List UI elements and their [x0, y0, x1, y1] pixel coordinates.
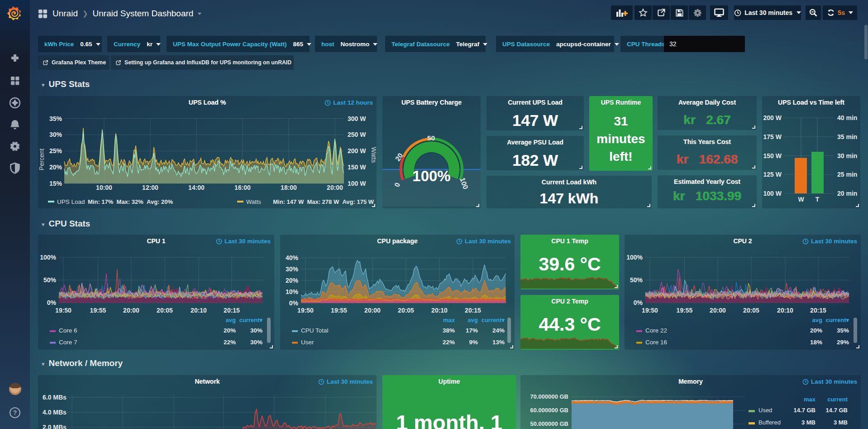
svg-text:200 W: 200 W: [763, 114, 782, 121]
svg-text:current▾: current▾: [826, 317, 849, 323]
svg-text:38%: 38%: [443, 327, 455, 334]
svg-text:12:00: 12:00: [142, 184, 158, 191]
svg-text:3 MB: 3 MB: [834, 419, 848, 426]
svg-text:19:50: 19:50: [642, 307, 658, 314]
svg-text:200 W: 200 W: [348, 147, 366, 154]
svg-text:35 min: 35 min: [837, 133, 857, 140]
svg-text:Buffered: Buffered: [758, 419, 781, 426]
svg-text:29%: 29%: [837, 339, 849, 346]
svg-text:100 W: 100 W: [348, 180, 366, 187]
svg-text:20%: 20%: [286, 277, 299, 284]
svg-text:35%: 35%: [837, 327, 849, 334]
svg-text:70.000000 GB: 70.000000 GB: [530, 393, 568, 400]
svg-text:20%: 20%: [49, 164, 62, 171]
svg-text:100%: 100%: [40, 254, 56, 261]
svg-text:125 W: 125 W: [763, 171, 782, 178]
svg-text:Core 22: Core 22: [645, 327, 667, 334]
svg-text:50: 50: [427, 134, 435, 142]
svg-text:40%: 40%: [286, 254, 299, 261]
svg-text:17%: 17%: [466, 327, 478, 334]
svg-text:30%: 30%: [49, 131, 62, 138]
svg-text:30 min: 30 min: [837, 152, 857, 159]
svg-text:0%: 0%: [634, 299, 643, 306]
svg-text:18:00: 18:00: [281, 184, 297, 191]
svg-text:avg: avg: [226, 317, 236, 323]
svg-text:20%: 20%: [224, 327, 236, 334]
svg-text:Core 6: Core 6: [59, 327, 77, 334]
svg-text:300 W: 300 W: [348, 115, 366, 122]
svg-text:Min: 17% Max: 32% Avg: 20%: Min: 17% Max: 32% Avg: 20%: [88, 198, 173, 205]
svg-text:30%: 30%: [286, 265, 299, 273]
svg-text:24%: 24%: [492, 327, 505, 334]
svg-text:100%: 100%: [626, 254, 643, 261]
svg-text:13%: 13%: [492, 339, 505, 346]
svg-text:4.0 MBs: 4.0 MBs: [43, 409, 67, 416]
svg-text:Percent: Percent: [38, 149, 45, 170]
svg-text:19:50: 19:50: [297, 307, 314, 314]
svg-text:25 min: 25 min: [837, 171, 857, 178]
svg-text:0%: 0%: [47, 299, 57, 306]
svg-text:20:00: 20:00: [123, 307, 139, 314]
svg-text:20:05: 20:05: [743, 307, 759, 314]
svg-text:20%: 20%: [810, 327, 822, 334]
svg-text:current▾: current▾: [239, 317, 263, 323]
svg-text:20:00: 20:00: [327, 184, 343, 191]
svg-text:175 W: 175 W: [763, 133, 782, 140]
svg-text:14.7 GB: 14.7 GB: [826, 407, 848, 414]
svg-text:20 min: 20 min: [837, 190, 857, 197]
svg-text:6.0 MBs: 6.0 MBs: [43, 394, 67, 401]
svg-text:19:50: 19:50: [55, 307, 72, 314]
svg-text:19:55: 19:55: [331, 307, 347, 314]
svg-text:Min: 147 W Max: 278 W Avg: 1: Min: 147 W Max: 278 W Avg: 175 W: [273, 198, 374, 205]
svg-text:18%: 18%: [810, 339, 822, 346]
svg-text:max: max: [443, 317, 455, 323]
svg-text:100%: 100%: [412, 168, 450, 184]
svg-text:10%: 10%: [286, 288, 299, 295]
svg-text:20:15: 20:15: [224, 307, 240, 314]
svg-text:22%: 22%: [443, 339, 455, 346]
svg-text:User: User: [301, 339, 314, 346]
svg-text:40 min: 40 min: [837, 114, 857, 121]
svg-text:current: current: [827, 396, 848, 403]
svg-text:19:55: 19:55: [90, 307, 106, 314]
svg-text:100 W: 100 W: [763, 190, 782, 197]
svg-text:35%: 35%: [49, 115, 62, 122]
svg-text:Watts: Watts: [370, 147, 377, 163]
svg-text:20:15: 20:15: [465, 307, 481, 314]
svg-text:2.0 MBs: 2.0 MBs: [43, 424, 67, 429]
svg-text:14:00: 14:00: [188, 184, 205, 191]
svg-text:current▾: current▾: [482, 317, 505, 323]
svg-text:9%: 9%: [469, 339, 478, 346]
svg-text:20:05: 20:05: [157, 307, 173, 314]
svg-text:50.000000 GB: 50.000000 GB: [530, 420, 568, 427]
svg-text:20:10: 20:10: [777, 307, 793, 314]
svg-text:W: W: [798, 196, 804, 203]
svg-text:10:00: 10:00: [96, 184, 112, 191]
svg-text:20:00: 20:00: [710, 307, 726, 314]
svg-text:CPU Total: CPU Total: [301, 327, 329, 334]
svg-text:T: T: [816, 196, 820, 203]
svg-text:150 W: 150 W: [763, 152, 782, 159]
svg-text:Used: Used: [758, 407, 772, 414]
svg-text:?: ?: [13, 409, 17, 416]
svg-text:avg: avg: [468, 317, 478, 323]
svg-text:Core 16: Core 16: [645, 339, 667, 346]
svg-text:UPS Load: UPS Load: [57, 198, 85, 205]
svg-text:16:00: 16:00: [234, 184, 251, 191]
svg-text:max: max: [804, 396, 816, 403]
svg-text:Watts: Watts: [246, 198, 261, 205]
svg-text:14.7 GB: 14.7 GB: [794, 407, 816, 414]
svg-text:0%: 0%: [289, 299, 299, 307]
svg-text:30%: 30%: [250, 339, 262, 346]
svg-text:30%: 30%: [250, 327, 262, 334]
svg-text:50%: 50%: [630, 276, 643, 284]
svg-text:50%: 50%: [43, 276, 57, 284]
svg-text:20:10: 20:10: [191, 307, 207, 314]
svg-text:avg: avg: [812, 317, 822, 323]
svg-text:3 MB: 3 MB: [801, 419, 816, 426]
svg-text:250 W: 250 W: [348, 131, 366, 138]
svg-text:19:55: 19:55: [677, 307, 693, 314]
svg-text:150 W: 150 W: [348, 164, 366, 171]
svg-text:Core 7: Core 7: [59, 339, 77, 346]
svg-text:20:00: 20:00: [364, 307, 381, 314]
